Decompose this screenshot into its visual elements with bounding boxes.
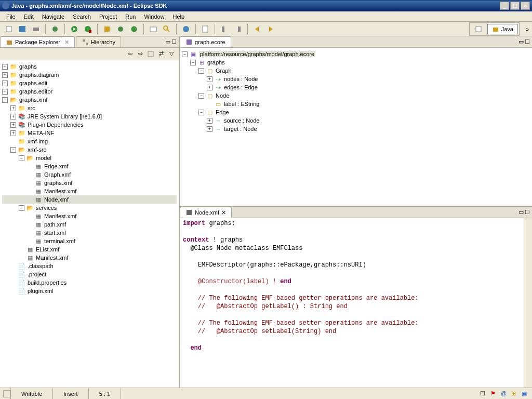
java-perspective-button[interactable]: Java xyxy=(487,24,518,34)
open-perspective-button[interactable] xyxy=(471,24,486,34)
package-explorer-tree[interactable]: +📁graphs +📁graphs.diagram +📁graphs.edit … xyxy=(0,60,179,388)
tree-svc-terminal[interactable]: ▦terminal.xmf xyxy=(2,237,177,245)
tree-svc-manifest[interactable]: ▦Manifest.xmf xyxy=(2,212,177,220)
tree-model[interactable]: −📂model xyxy=(2,154,177,162)
menu-navigate[interactable]: Navigate xyxy=(38,12,69,21)
link-editor-icon[interactable]: ⇄ xyxy=(157,50,165,58)
forward-nav-icon[interactable]: ⇨ xyxy=(136,50,144,58)
package-explorer-tab[interactable]: Package Explorer ✕ xyxy=(0,36,75,47)
toolbar-chevron-icon[interactable]: » xyxy=(526,26,529,32)
tree-project-graphs-xmf[interactable]: −📂graphs.xmf xyxy=(2,96,177,104)
status-icon-5[interactable]: ▣ xyxy=(522,390,529,397)
back-button[interactable] xyxy=(251,23,263,35)
new-package-button[interactable] xyxy=(101,23,113,35)
maximize-code-icon[interactable]: ☐ xyxy=(525,209,530,216)
tree-xmf-src[interactable]: −📂xmf-src xyxy=(2,145,177,154)
task-button[interactable] xyxy=(200,23,211,35)
maximize-button[interactable]: ☐ xyxy=(510,2,520,10)
tree-project-graphs-editor[interactable]: +📁graphs.editor xyxy=(2,87,177,96)
menu-project[interactable]: Project xyxy=(95,12,121,21)
ecore-node[interactable]: −▢Node xyxy=(182,91,530,100)
ecore-edge-source[interactable]: +→source : Node xyxy=(182,116,530,125)
run-last-button[interactable] xyxy=(82,23,94,35)
close-button[interactable]: ✕ xyxy=(521,2,530,10)
back-nav-icon[interactable]: ⇦ xyxy=(126,50,134,58)
minimize-button[interactable]: _ xyxy=(500,2,509,10)
tree-classpath[interactable]: 📄.classpath xyxy=(2,262,177,270)
svg-point-12 xyxy=(164,26,168,30)
tree-src[interactable]: +📁src xyxy=(2,104,177,112)
statusbar: Writable Insert 5 : 1 ☐ ⚑ @ ⊞ ▣ xyxy=(0,388,532,399)
minimize-editor-icon[interactable]: ▭ xyxy=(518,38,524,45)
tree-elist-xmf[interactable]: ▦EList.xmf xyxy=(2,245,177,254)
forward-button[interactable] xyxy=(265,23,276,35)
tree-project-graphs-edit[interactable]: +📁graphs.edit xyxy=(2,79,177,87)
open-type-button[interactable] xyxy=(148,23,159,35)
ecore-graph-nodes[interactable]: +⇢nodes : Node xyxy=(182,75,530,83)
maximize-view-icon[interactable]: ☐ xyxy=(171,38,177,45)
new-class-button[interactable] xyxy=(115,23,126,35)
package-icon xyxy=(6,38,13,46)
tree-plugin-xml[interactable]: 📄plugin.xml xyxy=(2,287,177,295)
ecore-graph-edges[interactable]: +⇢edges : Edge xyxy=(182,83,530,91)
save-button[interactable] xyxy=(17,23,28,35)
menu-search[interactable]: Search xyxy=(69,12,95,21)
ecore-tab[interactable]: graph.ecore xyxy=(180,36,231,47)
collapse-all-icon[interactable] xyxy=(147,50,155,58)
status-icon-2[interactable]: ⚑ xyxy=(490,390,498,397)
vertical-scrollbar[interactable] xyxy=(524,218,532,388)
tree-project-graphs[interactable]: +📁graphs xyxy=(2,62,177,71)
tree-node-xmf[interactable]: ▦Node.xmf xyxy=(2,195,177,204)
tree-edge-xmf[interactable]: ▦Edge.xmf xyxy=(2,162,177,170)
ecore-node-label[interactable]: ▭label : EString xyxy=(182,100,530,108)
menu-edit[interactable]: Edit xyxy=(20,12,38,21)
print-button[interactable] xyxy=(30,23,42,35)
status-icon-1[interactable]: ☐ xyxy=(480,390,487,397)
nav-button-2[interactable] xyxy=(232,23,244,35)
tree-svc-start[interactable]: ▦start.xmf xyxy=(2,229,177,237)
close-icon[interactable]: ✕ xyxy=(64,39,69,46)
code-editor-body[interactable]: import graphs; context ! graphs @Class N… xyxy=(180,218,524,388)
menu-file[interactable]: File xyxy=(2,12,20,21)
menu-run[interactable]: Run xyxy=(121,12,140,21)
menu-help[interactable]: Help xyxy=(169,12,189,21)
tree-manifest-xmf[interactable]: ▦Manifest.xmf xyxy=(2,187,177,195)
view-menu-icon[interactable]: ▽ xyxy=(167,50,176,58)
tree-manifest-xmf2[interactable]: ▦Manifest.xmf xyxy=(2,254,177,262)
tree-project-file[interactable]: 📄.project xyxy=(2,270,177,278)
svg-line-13 xyxy=(167,30,169,32)
tree-svc-path[interactable]: ▦path.xmf xyxy=(2,220,177,229)
tree-build-props[interactable]: 📄build.properties xyxy=(2,278,177,287)
ecore-root[interactable]: −▣platform:/resource/graphs/model/graph.… xyxy=(182,50,530,58)
status-icon-4[interactable]: ⊞ xyxy=(511,390,518,397)
maximize-editor-icon[interactable]: ☐ xyxy=(525,38,530,45)
ecore-edge[interactable]: −▢Edge xyxy=(182,108,530,116)
tree-project-graphs-diagram[interactable]: +📁graphs.diagram xyxy=(2,71,177,79)
tree-meta-inf[interactable]: +📁META-INF xyxy=(2,129,177,137)
ecore-pkg[interactable]: −⊞graphs xyxy=(182,58,530,66)
tree-graphs-xmf-file[interactable]: ▦graphs.xmf xyxy=(2,179,177,187)
tree-jre[interactable]: +📚JRE System Library [jre1.6.0] xyxy=(2,112,177,121)
svg-rect-21 xyxy=(493,28,498,32)
search-button[interactable] xyxy=(161,23,172,35)
ecore-edge-target[interactable]: +→target : Node xyxy=(182,125,530,133)
run-button[interactable] xyxy=(69,23,80,35)
tree-plugin-deps[interactable]: +📚Plug-in Dependencies xyxy=(2,121,177,129)
minimize-view-icon[interactable]: ▭ xyxy=(165,38,170,45)
new-button[interactable] xyxy=(3,23,15,35)
status-icon-3[interactable]: @ xyxy=(501,390,508,397)
close-tab-icon[interactable]: ✕ xyxy=(221,209,226,216)
hierarchy-tab[interactable]: Hierarchy xyxy=(76,36,121,47)
new-type-button[interactable] xyxy=(128,23,140,35)
tree-graph-xmf[interactable]: ▦Graph.xmf xyxy=(2,170,177,179)
tree-services[interactable]: −📂services xyxy=(2,204,177,212)
node-xmf-tab[interactable]: Node.xmf ✕ xyxy=(180,207,232,218)
ecore-tree[interactable]: −▣platform:/resource/graphs/model/graph.… xyxy=(180,48,532,206)
nav-button[interactable] xyxy=(219,23,230,35)
tree-xmf-img[interactable]: 📁xmf-img xyxy=(2,137,177,145)
debug-button[interactable] xyxy=(49,23,61,35)
menu-window[interactable]: Window xyxy=(140,12,168,21)
web-button[interactable] xyxy=(180,23,192,35)
ecore-graph[interactable]: −▢Graph xyxy=(182,66,530,75)
minimize-code-icon[interactable]: ▭ xyxy=(518,209,524,216)
